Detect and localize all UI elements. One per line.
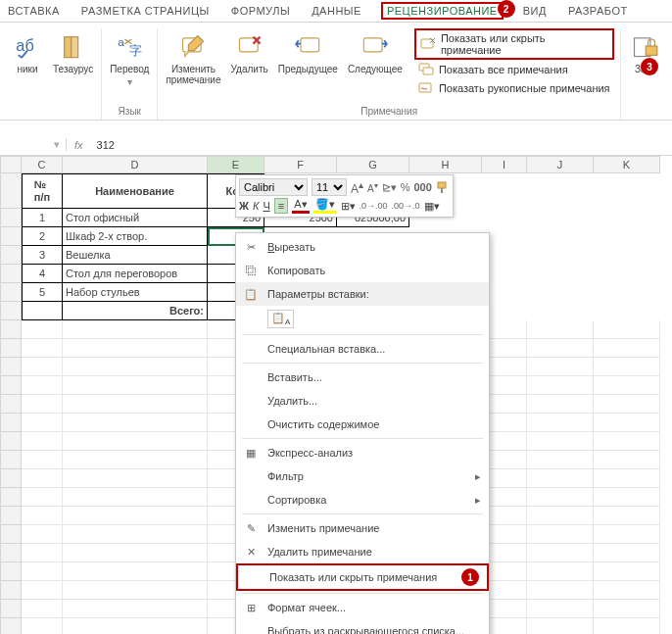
cell[interactable]: Шкаф 2-х створ. bbox=[63, 227, 208, 246]
cell[interactable] bbox=[527, 507, 594, 525]
cell[interactable] bbox=[527, 320, 594, 339]
row-header[interactable] bbox=[0, 339, 22, 358]
cell[interactable]: Стол для переговоров bbox=[63, 265, 208, 283]
paste-values-icon[interactable]: 📋A bbox=[267, 310, 294, 328]
cell[interactable] bbox=[527, 469, 594, 488]
row-header[interactable] bbox=[0, 562, 22, 581]
cell[interactable] bbox=[63, 618, 208, 634]
column-header-C[interactable]: C bbox=[22, 156, 63, 173]
cell[interactable] bbox=[22, 320, 63, 339]
accounting-format-icon[interactable]: ⊵▾ bbox=[382, 181, 397, 194]
ctx-format-cells[interactable]: ⊞Формат ячеек... bbox=[236, 596, 489, 619]
ctx-show-hide-comment[interactable]: Показать или скрыть примечания1 bbox=[236, 563, 489, 591]
row-header[interactable] bbox=[0, 246, 22, 265]
fx-icon[interactable]: fx bbox=[67, 139, 91, 151]
cell[interactable]: 4 bbox=[22, 265, 63, 283]
cell[interactable] bbox=[594, 562, 660, 581]
cell[interactable] bbox=[22, 302, 63, 320]
cell[interactable] bbox=[22, 432, 63, 451]
cell[interactable]: 5 bbox=[22, 283, 63, 302]
cell[interactable]: № п/п bbox=[22, 173, 63, 209]
row-header[interactable] bbox=[0, 525, 22, 544]
row-header[interactable] bbox=[0, 581, 22, 600]
tab-page-layout[interactable]: РАЗМЕТКА СТРАНИЦЫ bbox=[79, 2, 212, 20]
cell[interactable] bbox=[63, 451, 208, 469]
cell[interactable] bbox=[63, 358, 208, 376]
font-color-icon[interactable]: А▾ bbox=[292, 198, 309, 214]
cell[interactable] bbox=[527, 339, 594, 358]
cell[interactable] bbox=[63, 525, 208, 544]
cell[interactable] bbox=[527, 581, 594, 600]
cell[interactable]: Вешелка bbox=[63, 246, 208, 265]
cell[interactable] bbox=[594, 339, 660, 358]
row-header[interactable] bbox=[0, 358, 22, 376]
cell[interactable] bbox=[22, 507, 63, 525]
font-size-select[interactable]: 11 bbox=[312, 178, 347, 196]
cell[interactable] bbox=[63, 320, 208, 339]
row-header[interactable] bbox=[0, 320, 22, 339]
cell[interactable] bbox=[63, 432, 208, 451]
column-header-I[interactable]: I bbox=[482, 156, 527, 173]
cell[interactable] bbox=[594, 525, 660, 544]
row-header[interactable] bbox=[0, 376, 22, 395]
cell[interactable] bbox=[22, 525, 63, 544]
show-ink-comments-button[interactable]: Показать рукописные примечания bbox=[414, 79, 614, 97]
cell[interactable] bbox=[594, 488, 660, 507]
column-header-K[interactable]: K bbox=[594, 156, 660, 173]
row-header[interactable] bbox=[0, 432, 22, 451]
cell[interactable] bbox=[594, 358, 660, 376]
cell[interactable] bbox=[63, 488, 208, 507]
font-select[interactable]: Calibri bbox=[239, 178, 308, 196]
cell[interactable] bbox=[527, 562, 594, 581]
column-header-F[interactable]: F bbox=[264, 156, 337, 173]
align-center-icon[interactable]: ≡ bbox=[274, 198, 288, 214]
cell[interactable] bbox=[63, 544, 208, 562]
cell[interactable] bbox=[63, 507, 208, 525]
tab-developer[interactable]: РАЗРАБОТ bbox=[566, 2, 630, 20]
cell[interactable] bbox=[22, 618, 63, 634]
cell[interactable]: 3 bbox=[22, 246, 63, 265]
decrease-decimal-icon[interactable]: .00→.0 bbox=[392, 201, 420, 211]
translate-button[interactable]: a字 Перевод ▾ bbox=[108, 28, 151, 89]
cell[interactable] bbox=[22, 544, 63, 562]
thesaurus-button[interactable]: Тезаурус bbox=[51, 28, 95, 76]
show-all-comments-button[interactable]: Показать все примечания bbox=[414, 61, 614, 78]
cell[interactable] bbox=[22, 358, 63, 376]
row-header[interactable] bbox=[0, 395, 22, 414]
name-box[interactable]: ▾ bbox=[0, 138, 67, 151]
cell[interactable] bbox=[594, 600, 660, 618]
cell[interactable] bbox=[594, 320, 660, 339]
cell[interactable] bbox=[594, 414, 660, 432]
cell[interactable] bbox=[527, 432, 594, 451]
row-header[interactable] bbox=[0, 618, 22, 634]
row-header[interactable] bbox=[0, 488, 22, 507]
ctx-filter[interactable]: Фильтр▸ bbox=[236, 464, 489, 488]
cell[interactable] bbox=[22, 414, 63, 432]
underline-button[interactable]: Ч bbox=[263, 200, 269, 212]
cell[interactable]: Набор стульев bbox=[63, 283, 208, 302]
row-header[interactable] bbox=[0, 600, 22, 618]
cell[interactable] bbox=[63, 339, 208, 358]
row-header[interactable] bbox=[0, 283, 22, 302]
cell[interactable]: 2 bbox=[22, 227, 63, 246]
cell[interactable] bbox=[63, 581, 208, 600]
cell[interactable] bbox=[527, 600, 594, 618]
borders-icon[interactable]: ⊞▾ bbox=[341, 200, 356, 213]
ctx-delete-comment[interactable]: ✕Удалить примечание bbox=[236, 540, 489, 563]
show-hide-comment-button[interactable]: Показать или скрыть примечание bbox=[414, 28, 614, 60]
merge-icon[interactable]: ▦▾ bbox=[424, 200, 440, 213]
column-header-J[interactable]: J bbox=[527, 156, 594, 173]
cell[interactable]: Стол офисный bbox=[63, 209, 208, 227]
cell[interactable] bbox=[63, 395, 208, 414]
increase-font-icon[interactable]: A▴ bbox=[351, 179, 363, 196]
ctx-delete[interactable]: Удалить... bbox=[236, 389, 489, 413]
cell[interactable] bbox=[594, 544, 660, 562]
cell[interactable] bbox=[594, 469, 660, 488]
ctx-sort[interactable]: Сортировка▸ bbox=[236, 488, 489, 512]
cell[interactable] bbox=[594, 618, 660, 634]
ctx-cut[interactable]: ✂ВВырезатьырезать bbox=[236, 235, 489, 259]
ctx-copy[interactable]: ⿻Копировать bbox=[236, 259, 489, 282]
row-header[interactable] bbox=[0, 227, 22, 246]
cell[interactable] bbox=[527, 618, 594, 634]
row-header[interactable] bbox=[0, 265, 22, 283]
